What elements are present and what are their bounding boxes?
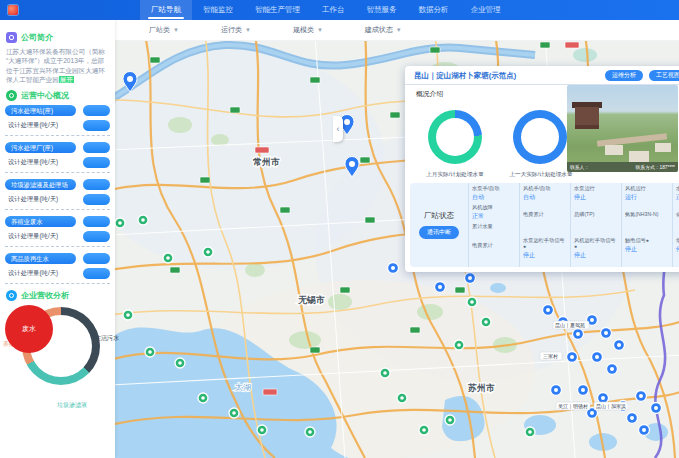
stat-group-sewage-station: 污水处理站(座) 设计处理量(吨/天) (5, 105, 110, 131)
station-marker-blue[interactable] (639, 425, 650, 436)
status-cell-value: 自动 (472, 193, 516, 202)
station-marker-green[interactable] (198, 393, 208, 403)
chevron-down-icon: ▼ (245, 27, 251, 33)
station-label-box[interactable]: 三家村 (540, 352, 562, 360)
station-status-panel: 厂站状态 通讯中断 水泵手/自动自动 风机故障正常 累计水量 电费累计 风机手/… (410, 183, 679, 267)
status-cell-label: 风机运行 (625, 186, 669, 192)
station-marker-green[interactable] (138, 215, 148, 225)
station-marker-green[interactable] (419, 425, 429, 435)
status-cell-value: 自动 (523, 193, 567, 202)
stat-pill (83, 105, 110, 116)
status-cell-value: 正常 (472, 212, 516, 221)
station-marker-green[interactable] (467, 297, 477, 307)
process-view-button[interactable]: 工艺视图 (649, 70, 679, 81)
stat-pill (83, 142, 110, 153)
filter-scale-type[interactable]: 规模类▼ (293, 25, 323, 35)
station-label-box[interactable]: 昆山｜加家浜 (594, 402, 628, 410)
station-marker-green[interactable] (115, 218, 125, 228)
station-marker-green[interactable] (175, 358, 185, 368)
expand-link[interactable]: 展开 (59, 76, 74, 83)
photo-pad (605, 145, 623, 155)
station-marker-green[interactable] (145, 347, 155, 357)
ops-analysis-button[interactable]: 运维分析 (605, 70, 643, 81)
status-column: 水泵运行停止 总磷(TP) 风机远程手动信号●停止 (570, 183, 621, 267)
station-marker-blue[interactable] (651, 403, 662, 414)
station-marker-green[interactable] (525, 427, 535, 437)
status-cell-label: 总磷(TP) (574, 212, 618, 218)
status-column: 风机运行运行 氨氮(NH3N-N) 触电信号●停止 (621, 183, 672, 267)
pie-label-domestic: 生活污水 (95, 334, 119, 343)
nav-item-data-analysis[interactable]: 数据分析 (408, 0, 460, 20)
city-label-changzhou: 常州市 (253, 157, 280, 167)
station-marker-green[interactable] (445, 415, 455, 425)
station-photo[interactable]: 联系人： 联系方式：187**** (567, 85, 678, 172)
status-cell-label: 风机故障 (472, 205, 516, 211)
top-nav: 厂站导航 智能监控 智能生产管理 工作台 智慧服务 数据分析 企业管理 (0, 0, 679, 20)
panel-collapse-toggle[interactable]: ‹ (333, 116, 343, 142)
station-marker-blue[interactable] (627, 413, 638, 424)
station-marker-green[interactable] (305, 427, 315, 437)
station-marker-blue[interactable] (573, 329, 584, 340)
station-marker-green[interactable] (123, 310, 133, 320)
filter-label: 建成状态 (365, 25, 393, 35)
station-label-box[interactable]: 吴江｜明镜村 (556, 402, 590, 410)
station-label-box[interactable]: 昆山｜夏驾苑 (553, 321, 589, 329)
station-marker-blue[interactable] (607, 364, 618, 375)
station-marker-blue[interactable] (551, 385, 562, 396)
station-marker-green[interactable] (203, 247, 213, 257)
photo-pad (655, 143, 671, 152)
stat-pill (83, 231, 110, 242)
stat-pill (83, 194, 110, 205)
filter-build-status[interactable]: 建成状态▼ (365, 25, 402, 35)
stat-sub-label: 设计处理量(吨/天) (5, 232, 76, 241)
nav-item-smart-service[interactable]: 智慧服务 (356, 0, 408, 20)
station-marker-blue[interactable] (578, 385, 589, 396)
station-marker-green[interactable] (397, 393, 407, 403)
divider (5, 209, 110, 210)
stat-bar-label: 污水处理厂(座) (5, 142, 76, 153)
stat-sub-label: 设计处理量(吨/天) (5, 269, 76, 278)
status-cell-value: 运行 (625, 193, 669, 202)
stat-pill (83, 120, 110, 131)
svg-text:吴江｜明镜村: 吴江｜明镜村 (558, 403, 588, 410)
nav-item-workbench[interactable]: 工作台 (311, 0, 356, 20)
station-marker-green[interactable] (229, 408, 239, 418)
photo-building (575, 107, 599, 129)
filter-plant-type[interactable]: 厂站类▼ (149, 25, 179, 35)
station-marker-blue[interactable] (465, 273, 476, 284)
stat-pill (83, 157, 110, 168)
station-marker-blue[interactable] (567, 352, 578, 363)
station-marker-blue[interactable] (601, 328, 612, 339)
station-marker-blue[interactable] (614, 340, 625, 351)
nav-items: 厂站导航 智能监控 智能生产管理 工作台 智慧服务 数据分析 企业管理 (140, 0, 512, 20)
station-marker-blue[interactable] (543, 305, 554, 316)
nav-item-smart-monitoring[interactable]: 智能监控 (192, 0, 244, 20)
status-column: 水泵手/自动自动 风机故障正常 累计水量 电费累计 (468, 183, 519, 267)
stat-pill (83, 216, 110, 227)
nav-item-enterprise-management[interactable]: 企业管理 (460, 0, 512, 20)
status-cell-label: 水泵手/自动 (472, 186, 516, 192)
stat-bar-label: 养殖业废水 (5, 216, 76, 227)
station-marker-green[interactable] (257, 425, 267, 435)
city-label-suzhou: 苏州市 (467, 383, 495, 393)
station-marker-blue[interactable] (388, 263, 399, 274)
station-marker-blue[interactable] (435, 282, 446, 293)
stat-sub-label: 设计处理量(吨/天) (5, 121, 76, 130)
svg-text:昆山｜夏驾苑: 昆山｜夏驾苑 (555, 322, 585, 329)
status-cell-label: 风机手/自动 (523, 186, 567, 192)
station-marker-green[interactable] (163, 253, 173, 263)
station-marker-green[interactable] (481, 317, 491, 327)
station-marker-green[interactable] (380, 368, 390, 378)
station-marker-blue[interactable] (636, 391, 647, 402)
stat-sub-label: 设计处理量(吨/天) (5, 158, 76, 167)
nav-item-smart-production[interactable]: 智能生产管理 (244, 0, 311, 20)
status-column: 水泵故障正常 化学需氧量 烟雾报警●停止 (672, 183, 679, 267)
pie-label-leachate: 垃圾渗滤液 (57, 401, 87, 410)
stat-group-sewage-plant: 污水处理厂(座) 设计处理量(吨/天) (5, 142, 110, 168)
filter-operation-type[interactable]: 运行类▼ (221, 25, 251, 35)
overview-section-label: 概况介绍 (416, 89, 443, 99)
station-marker-blue[interactable] (592, 352, 603, 363)
stat-group-reclaimed-water: 高品质再生水 设计处理量(吨/天) (5, 253, 110, 279)
station-marker-green[interactable] (454, 340, 464, 350)
nav-item-plant-navigation[interactable]: 厂站导航 (140, 0, 192, 20)
